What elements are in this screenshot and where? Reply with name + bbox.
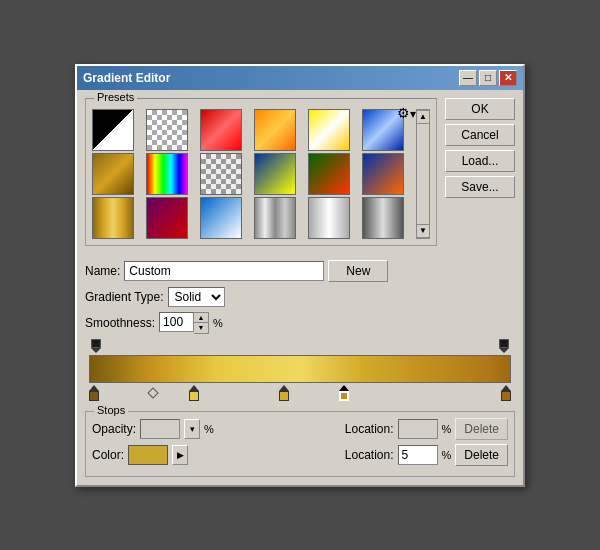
load-button[interactable]: Load... xyxy=(445,150,515,172)
gradient-type-row: Gradient Type: Solid Noise xyxy=(85,287,515,307)
location-percent-1: % xyxy=(442,423,452,435)
preset-rainbow[interactable] xyxy=(146,153,188,195)
delete-color-button[interactable]: Delete xyxy=(455,444,508,466)
opacity-stop-triangle-right xyxy=(499,348,509,353)
maximize-button[interactable]: □ xyxy=(479,70,497,86)
opacity-label: Opacity: xyxy=(92,422,136,436)
bottom-panel: Name: New Gradient Type: Solid Noise Smo… xyxy=(77,260,523,485)
location-label-1: Location: xyxy=(345,422,394,436)
left-panel: Presets xyxy=(85,98,437,252)
color-stop-1-square xyxy=(189,391,199,401)
gradient-editor-dialog: Gradient Editor — □ ✕ Presets xyxy=(75,64,525,487)
title-bar-buttons: — □ ✕ xyxy=(459,70,517,86)
right-panel: OK Cancel Load... Save... xyxy=(445,98,515,252)
gradient-bar-container xyxy=(89,355,511,385)
smoothness-row: Smoothness: ▲ ▼ % xyxy=(85,312,515,334)
opacity-stop-right[interactable] xyxy=(499,339,509,353)
preset-blue-orange[interactable] xyxy=(362,153,404,195)
close-button[interactable]: ✕ xyxy=(499,70,517,86)
cancel-button[interactable]: Cancel xyxy=(445,124,515,146)
gradient-type-label: Gradient Type: xyxy=(85,290,164,304)
color-stop-4[interactable] xyxy=(501,385,511,401)
preset-silver2[interactable] xyxy=(308,197,350,239)
smoothness-spinner-btns: ▲ ▼ xyxy=(194,312,209,334)
preset-green-red[interactable] xyxy=(308,153,350,195)
gear-icon: ⚙ xyxy=(397,105,410,121)
color-stop-4-square xyxy=(501,391,511,401)
smoothness-input[interactable] xyxy=(159,312,194,332)
title-bar: Gradient Editor — □ ✕ xyxy=(77,66,523,90)
save-button[interactable]: Save... xyxy=(445,176,515,198)
preset-silver3[interactable] xyxy=(362,197,404,239)
stops-group: Stops Opacity: ▾ % Location: % Delete Co… xyxy=(85,411,515,477)
name-row: Name: New xyxy=(85,260,515,282)
presets-grid xyxy=(92,109,414,239)
preset-blue-white[interactable] xyxy=(200,197,242,239)
preset-blue-yellow[interactable] xyxy=(254,153,296,195)
color-stop-3[interactable] xyxy=(339,385,349,401)
dialog-title: Gradient Editor xyxy=(83,71,170,85)
ok-button[interactable]: OK xyxy=(445,98,515,120)
color-stop-2[interactable] xyxy=(279,385,289,401)
presets-scrollbar: ▲ ▼ xyxy=(416,109,430,239)
new-button[interactable]: New xyxy=(328,260,388,282)
preset-orange[interactable] xyxy=(254,109,296,151)
color-stop-0-square xyxy=(89,391,99,401)
smoothness-up-button[interactable]: ▲ xyxy=(194,313,208,323)
opacity-stop-triangle-left xyxy=(91,348,101,353)
color-swatch[interactable] xyxy=(128,445,168,465)
color-stop-3-square xyxy=(339,391,349,401)
name-input[interactable] xyxy=(124,261,324,281)
name-label: Name: xyxy=(85,264,120,278)
scroll-up-button[interactable]: ▲ xyxy=(416,110,430,124)
presets-group: Presets xyxy=(85,98,437,246)
preset-checker[interactable] xyxy=(146,109,188,151)
smoothness-down-button[interactable]: ▼ xyxy=(194,323,208,333)
preset-black-white[interactable] xyxy=(92,109,134,151)
opacity-stops-row xyxy=(89,339,511,355)
opacity-stops-controls-row: Opacity: ▾ % Location: % Delete xyxy=(92,418,508,440)
opacity-percent: % xyxy=(204,423,214,435)
presets-gear-button[interactable]: ⚙▾ xyxy=(397,105,416,121)
opacity-input xyxy=(140,419,180,439)
preset-gold[interactable] xyxy=(92,197,134,239)
color-stops-row xyxy=(89,385,511,405)
midpoint-diamond[interactable] xyxy=(147,387,158,398)
gradient-section xyxy=(85,339,515,405)
color-stop-0[interactable] xyxy=(89,385,99,401)
opacity-arrow-button[interactable]: ▾ xyxy=(184,419,200,439)
smoothness-percent: % xyxy=(213,317,223,329)
color-arrow-button[interactable]: ▶ xyxy=(172,445,188,465)
preset-brown[interactable] xyxy=(92,153,134,195)
dialog-body: Presets xyxy=(77,90,523,260)
stops-group-label: Stops xyxy=(94,404,128,416)
color-stop-1[interactable] xyxy=(189,385,199,401)
delete-opacity-button[interactable]: Delete xyxy=(455,418,508,440)
opacity-stop-square-right xyxy=(499,339,509,348)
location-label-2: Location: xyxy=(345,448,394,462)
opacity-stop-left[interactable] xyxy=(91,339,101,353)
presets-container: ▲ ▼ xyxy=(92,109,430,239)
preset-red[interactable] xyxy=(200,109,242,151)
color-stop-2-square xyxy=(279,391,289,401)
location-input-1 xyxy=(398,419,438,439)
presets-label: Presets xyxy=(94,91,137,103)
color-label: Color: xyxy=(92,448,124,462)
smoothness-spinner: ▲ ▼ xyxy=(159,312,209,334)
color-stops-controls-row: Color: ▶ Location: % Delete xyxy=(92,444,508,466)
location-input-2[interactable] xyxy=(398,445,438,465)
opacity-stop-square-left xyxy=(91,339,101,348)
scroll-down-button[interactable]: ▼ xyxy=(416,224,430,238)
preset-checker2[interactable] xyxy=(200,153,242,195)
preset-purple-red[interactable] xyxy=(146,197,188,239)
smoothness-label: Smoothness: xyxy=(85,316,155,330)
gradient-bar[interactable] xyxy=(89,355,511,383)
gradient-type-select[interactable]: Solid Noise xyxy=(168,287,225,307)
minimize-button[interactable]: — xyxy=(459,70,477,86)
preset-silver1[interactable] xyxy=(254,197,296,239)
location-percent-2: % xyxy=(442,449,452,461)
preset-yellow[interactable] xyxy=(308,109,350,151)
